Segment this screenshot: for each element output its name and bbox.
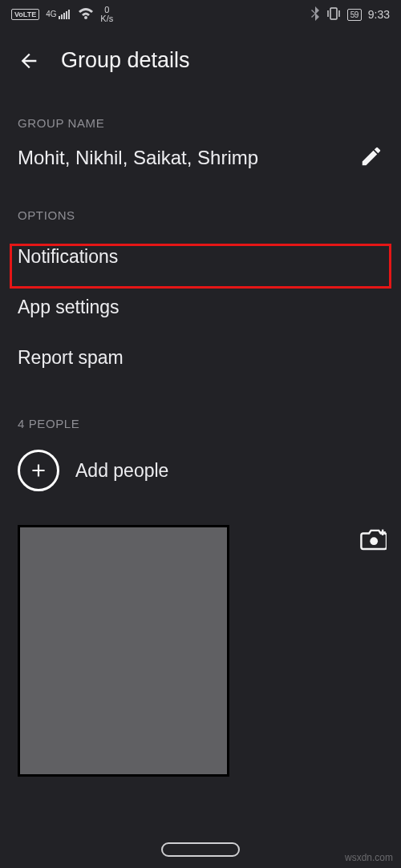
svg-rect-4 — [68, 10, 70, 19]
status-bar: VoLTE 4G 0 K/s 59 9:33 — [0, 0, 401, 29]
camera-add-icon[interactable] — [359, 529, 387, 551]
plus-circle-icon — [18, 450, 59, 491]
add-people-label: Add people — [75, 460, 168, 482]
group-name-section-label: GROUP NAME — [0, 87, 401, 139]
svg-rect-2 — [63, 13, 65, 19]
svg-rect-1 — [61, 14, 63, 19]
watermark: wsxdn.com — [345, 852, 393, 863]
status-right: 59 9:33 — [310, 6, 390, 23]
page-title: Group details — [61, 48, 190, 73]
svg-rect-0 — [59, 16, 60, 19]
group-name-text: Mohit, Nikhil, Saikat, Shrimp — [18, 147, 258, 169]
people-section-label: 4 PEOPLE — [0, 383, 401, 440]
member-thumbnail[interactable] — [18, 525, 229, 777]
edit-pencil-icon[interactable] — [359, 144, 383, 172]
network-type-icon: 4G — [46, 10, 71, 19]
option-app-settings[interactable]: App settings — [0, 282, 401, 333]
clock: 9:33 — [368, 8, 390, 21]
app-header: Group details — [0, 29, 401, 87]
bluetooth-icon — [310, 6, 320, 23]
option-report-spam[interactable]: Report spam — [0, 333, 401, 383]
group-name-row: Mohit, Nikhil, Saikat, Shrimp — [0, 139, 401, 180]
battery-icon: 59 — [347, 9, 362, 21]
navigation-pill[interactable] — [161, 842, 240, 857]
vibrate-icon — [326, 7, 341, 22]
svg-point-8 — [370, 537, 378, 545]
data-speed-icon: 0 K/s — [100, 6, 113, 23]
status-left: VoLTE 4G 0 K/s — [11, 6, 113, 23]
back-arrow-icon[interactable] — [18, 50, 40, 72]
wifi-icon — [78, 7, 94, 22]
volte-icon: VoLTE — [11, 9, 39, 20]
svg-rect-3 — [66, 11, 67, 19]
add-people-button[interactable]: Add people — [0, 440, 401, 511]
svg-rect-5 — [330, 8, 337, 19]
option-notifications[interactable]: Notifications — [0, 232, 401, 282]
options-section-label: OPTIONS — [0, 180, 401, 232]
